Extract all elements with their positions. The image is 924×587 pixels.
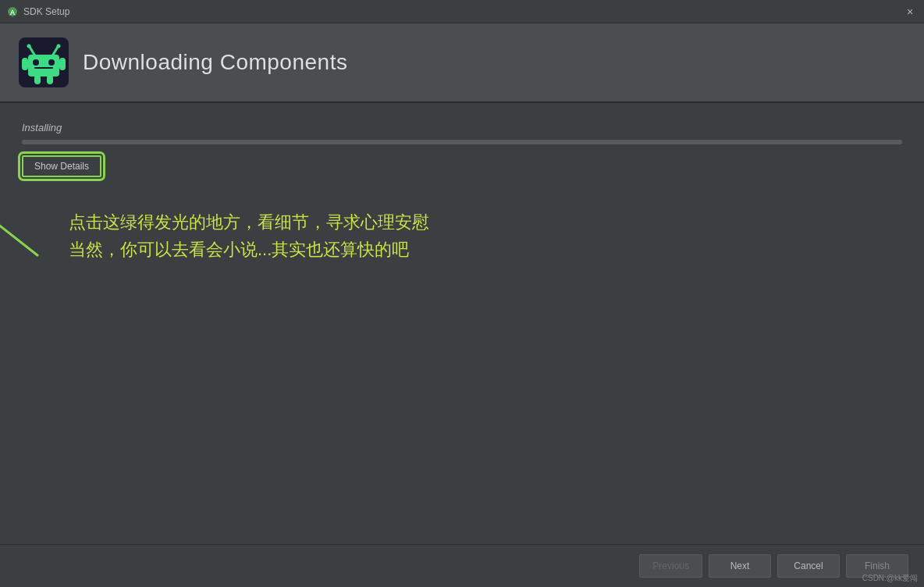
main-content: Installing Show Details 点击这绿得发光的地方，看细节，寻… <box>0 103 924 263</box>
svg-rect-4 <box>28 55 59 76</box>
previous-button[interactable]: Previous <box>639 554 702 578</box>
annotation-arrow <box>0 146 53 271</box>
progress-bar-container <box>22 140 902 144</box>
next-button[interactable]: Next <box>709 554 771 578</box>
footer: Previous Next Cancel Finish <box>0 544 924 587</box>
svg-rect-15 <box>34 67 53 69</box>
header: Downloading Components <box>0 23 924 103</box>
svg-rect-12 <box>59 58 66 70</box>
close-button[interactable]: × <box>902 4 918 20</box>
svg-line-16 <box>0 169 37 255</box>
svg-text:A: A <box>10 9 16 16</box>
svg-point-5 <box>33 59 39 66</box>
watermark: CSDN:@kk爱闯 <box>862 573 918 584</box>
annotation-line1: 点击这绿得发光的地方，看细节，寻求心理安慰 <box>69 208 902 236</box>
svg-point-8 <box>27 44 31 48</box>
android-studio-icon <box>19 37 69 87</box>
cancel-button[interactable]: Cancel <box>777 554 840 578</box>
svg-rect-14 <box>47 75 53 84</box>
annotation-area: 点击这绿得发光的地方，看细节，寻求心理安慰 当然，你可以去看会小说...其实也还… <box>22 208 902 263</box>
annotation-line2: 当然，你可以去看会小说...其实也还算快的吧 <box>69 236 902 263</box>
title-bar-left: A SDK Setup <box>6 5 69 18</box>
svg-rect-11 <box>22 58 28 70</box>
svg-point-10 <box>57 44 61 48</box>
svg-rect-13 <box>34 75 41 84</box>
title-bar: A SDK Setup × <box>0 0 924 23</box>
annotation-text: 点击这绿得发光的地方，看细节，寻求心理安慰 当然，你可以去看会小说...其实也还… <box>69 208 902 263</box>
page-title: Downloading Components <box>83 50 347 75</box>
title-bar-title: SDK Setup <box>23 6 69 17</box>
title-bar-icon: A <box>6 5 19 18</box>
status-label: Installing <box>22 122 902 133</box>
svg-point-6 <box>48 59 55 66</box>
